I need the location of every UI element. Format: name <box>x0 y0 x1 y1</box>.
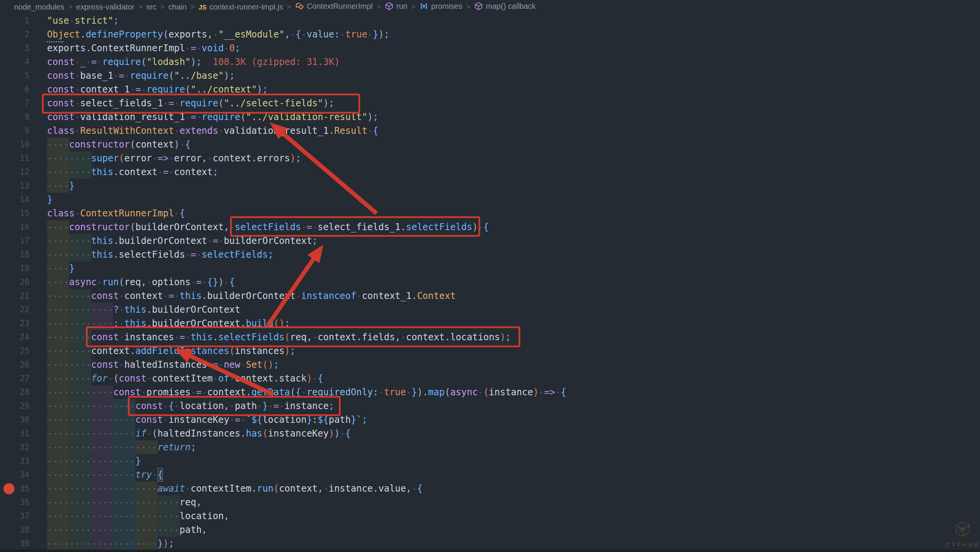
code-line-content[interactable]: try { <box>47 468 163 482</box>
code-line[interactable]: 32 return; <box>0 440 980 454</box>
code-line[interactable]: 25 context.addFieldInstances(instances); <box>0 344 980 358</box>
code-line[interactable]: 21 const context = this.builderOrContext… <box>0 289 980 303</box>
line-number[interactable]: 32 <box>0 440 29 454</box>
breadcrumb-item-express-validator[interactable]: express-validator <box>76 3 134 11</box>
code-line-content[interactable]: this.selectFields = selectFields; <box>47 248 273 261</box>
line-number[interactable]: 29 <box>0 399 29 413</box>
breadcrumb-item-promises[interactable]: promises <box>419 2 462 13</box>
line-number[interactable]: 31 <box>0 427 29 440</box>
line-number[interactable]: 26 <box>0 358 29 372</box>
code-line-content[interactable]: path, <box>47 523 207 537</box>
breadcrumb-item-chain[interactable]: chain <box>169 3 187 11</box>
code-line-content[interactable]: super(error => error, context.errors); <box>47 151 301 165</box>
line-number[interactable]: 37 <box>0 509 29 523</box>
code-line-content[interactable]: this.context = context; <box>47 165 218 179</box>
code-line-content[interactable]: const instances = this.selectFields(req,… <box>47 330 511 344</box>
line-number[interactable]: 2 <box>0 28 29 41</box>
code-line-content[interactable]: async run(req, options = {}) { <box>47 275 235 289</box>
code-line[interactable]: 12 this.context = context; <box>0 165 980 179</box>
line-number[interactable]: 12 <box>0 165 29 179</box>
code-line[interactable]: 7const select_fields_1 = require("../sel… <box>0 96 980 110</box>
line-number[interactable]: 20 <box>0 275 29 289</box>
code-line[interactable]: 17 this.builderOrContext = builderOrCont… <box>0 234 980 248</box>
line-number[interactable]: 14 <box>0 193 29 206</box>
breadcrumb-item-run[interactable]: run <box>385 2 407 13</box>
code-line[interactable]: 34 try { <box>0 468 980 482</box>
code-line-content[interactable]: location, <box>47 509 229 523</box>
code-line[interactable]: 14} <box>0 193 980 206</box>
code-line[interactable]: 27 for (const contextItem of context.sta… <box>0 372 980 385</box>
code-line[interactable]: 4const _ = require("lodash"); 108.3K (gz… <box>0 55 980 69</box>
code-line-content[interactable]: const base_1 = require("../base"); <box>47 69 235 83</box>
line-number[interactable]: 1 <box>0 14 29 28</box>
code-line[interactable]: 29 const { location, path } = instance; <box>0 399 980 413</box>
code-line-content[interactable]: const haltedInstances = new Set(); <box>47 358 279 372</box>
code-line-content[interactable]: for (const contextItem of context.stack)… <box>47 372 323 385</box>
code-line-content[interactable]: return; <box>47 440 196 454</box>
breadcrumb-item-context-runner-impl-js[interactable]: JScontext-runner-impl.js <box>198 3 283 11</box>
code-line-content[interactable]: exports.ContextRunnerImpl = void 0; <box>47 41 240 55</box>
line-number[interactable]: 16 <box>0 220 29 234</box>
line-number[interactable]: 18 <box>0 248 29 261</box>
code-line[interactable]: 37 location, <box>0 509 980 523</box>
code-line-content[interactable]: const promises = context.getData({ requi… <box>47 385 566 399</box>
code-line[interactable]: 13 } <box>0 179 980 193</box>
code-line-content[interactable]: if (haltedInstances.has(instanceKey)) { <box>47 427 351 440</box>
code-line-content[interactable]: await contextItem.run(context, instance.… <box>47 482 423 495</box>
code-line[interactable]: 1"use strict"; <box>0 14 980 28</box>
line-number[interactable]: 6 <box>0 83 29 96</box>
code-line[interactable]: 20 async run(req, options = {}) { <box>0 275 980 289</box>
line-number[interactable]: 19 <box>0 261 29 275</box>
code-line-content[interactable]: } <box>47 193 52 206</box>
line-number[interactable]: 3 <box>0 41 29 55</box>
code-line-content[interactable]: const context = this.builderOrContext in… <box>47 289 456 303</box>
breakpoint-dot[interactable] <box>3 483 15 494</box>
line-number[interactable]: 13 <box>0 179 29 193</box>
code-line-content[interactable]: context.addFieldInstances(instances); <box>47 344 295 358</box>
line-number[interactable]: 15 <box>0 206 29 220</box>
code-line-content[interactable]: ? this.builderOrContext <box>47 303 240 317</box>
code-line-content[interactable]: const _ = require("lodash"); 108.3K (gzi… <box>47 55 340 69</box>
line-number[interactable]: 23 <box>0 317 29 330</box>
code-line[interactable]: 30 const instanceKey = `${location}:${pa… <box>0 413 980 427</box>
line-number[interactable]: 4 <box>0 55 29 69</box>
line-number[interactable]: 21 <box>0 289 29 303</box>
line-number[interactable]: 5 <box>0 69 29 83</box>
breadcrumb-item-node-modules[interactable]: node_modules <box>14 3 64 11</box>
line-number[interactable]: 8 <box>0 110 29 124</box>
code-line[interactable]: 31 if (haltedInstances.has(instanceKey))… <box>0 427 980 440</box>
line-number[interactable]: 39 <box>0 537 29 550</box>
line-number[interactable]: 7 <box>0 96 29 110</box>
code-line[interactable]: 36 req, <box>0 495 980 509</box>
code-line[interactable]: 10 constructor(context) { <box>0 138 980 151</box>
breadcrumb-item-map-callback[interactable]: map() callback <box>474 2 535 13</box>
code-line[interactable]: 9class ResultWithContext extends validat… <box>0 124 980 138</box>
code-line[interactable]: 2Object.defineProperty(exports, "__esMod… <box>0 28 980 41</box>
code-line[interactable]: 23 : this.builderOrContext.build(); <box>0 317 980 330</box>
code-line[interactable]: 8const validation_result_1 = require("..… <box>0 110 980 124</box>
line-number[interactable]: 33 <box>0 454 29 468</box>
code-line-content[interactable]: const context_1 = require("../context"); <box>47 83 268 96</box>
line-number[interactable]: 28 <box>0 385 29 399</box>
code-line-content[interactable]: class ResultWithContext extends validati… <box>47 124 378 138</box>
code-line-content[interactable]: }); <box>47 537 174 550</box>
code-line[interactable]: 24 const instances = this.selectFields(r… <box>0 330 980 344</box>
code-line-content[interactable]: constructor(context) { <box>47 138 191 151</box>
code-line-content[interactable]: } <box>47 454 141 468</box>
line-number[interactable]: 34 <box>0 468 29 482</box>
line-number[interactable]: 9 <box>0 124 29 138</box>
breadcrumb-item-src[interactable]: src <box>146 3 157 11</box>
breadcrumb-item-contextrunnerimpl[interactable]: ContextRunnerImpl <box>295 2 373 13</box>
line-number[interactable]: 24 <box>0 330 29 344</box>
code-line[interactable]: 39 }); <box>0 537 980 550</box>
code-line-content[interactable]: const validation_result_1 = require("../… <box>47 110 378 124</box>
code-line[interactable]: 11 super(error => error, context.errors)… <box>0 151 980 165</box>
code-line[interactable]: 15class ContextRunnerImpl { <box>0 206 980 220</box>
line-number[interactable]: 38 <box>0 523 29 537</box>
code-line[interactable]: 3exports.ContextRunnerImpl = void 0; <box>0 41 980 55</box>
code-line[interactable]: 18 this.selectFields = selectFields; <box>0 248 980 261</box>
code-line-content[interactable]: Object.defineProperty(exports, "__esModu… <box>47 28 389 41</box>
code-line-content[interactable]: class ContextRunnerImpl { <box>47 206 185 220</box>
code-line[interactable]: 16 constructor(builderOrContext, selectF… <box>0 220 980 234</box>
code-line[interactable]: 38 path, <box>0 523 980 537</box>
